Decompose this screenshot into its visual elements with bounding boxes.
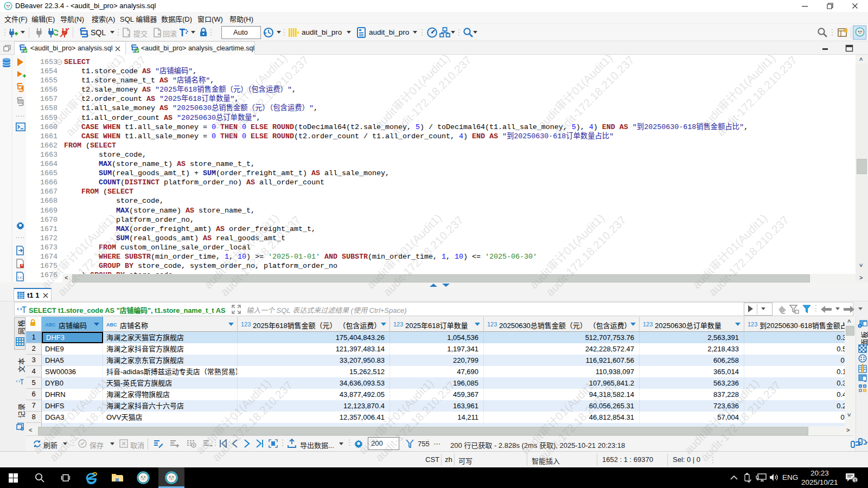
svg-text:1: 1 — [854, 477, 857, 483]
